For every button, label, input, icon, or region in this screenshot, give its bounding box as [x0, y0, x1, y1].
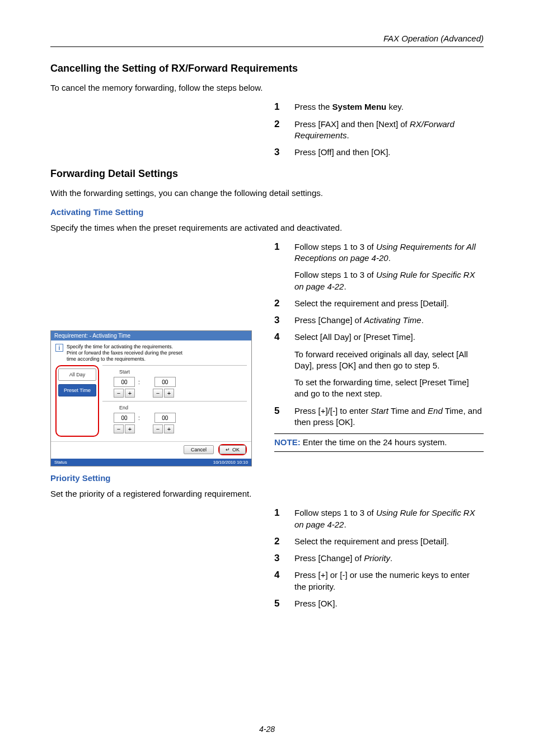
text: key. — [386, 102, 404, 111]
text: Time and — [388, 406, 428, 416]
end-hour-value: 00 — [114, 413, 135, 423]
step-number: 3 — [274, 315, 285, 326]
text: . — [344, 282, 346, 291]
text: Follow steps 1 to 3 of — [294, 508, 376, 517]
step-number: 1 — [274, 241, 285, 292]
text: Press the — [294, 102, 332, 111]
text: Follow steps 1 to 3 of — [294, 270, 376, 279]
step: 3 Press [Change] of Priority. — [274, 553, 484, 564]
minus-button[interactable]: − — [153, 424, 163, 433]
step-text: Select [All Day] or [Preset Time]. To fo… — [294, 332, 484, 399]
step: 5 Press [OK]. — [274, 598, 484, 609]
text: . — [388, 253, 391, 263]
text: Press [+]/[-] to enter — [294, 406, 371, 416]
status-label[interactable]: Status — [54, 460, 67, 465]
step: 2 Press [FAX] and then [Next] of RX/Forw… — [274, 119, 484, 142]
info-icon: i — [55, 344, 63, 352]
italic-text: Start — [371, 406, 388, 416]
fwd-intro: With the forwarding settings, you can ch… — [50, 188, 484, 199]
status-bar: Status 10/10/2010 10:10 — [51, 459, 251, 466]
step-text: Press [Off] and then [OK]. — [294, 147, 390, 158]
plus-button[interactable]: + — [164, 424, 174, 433]
minus-button[interactable]: − — [114, 424, 124, 433]
step: 1 Press the System Menu key. — [274, 101, 484, 113]
text: Press [Change] of — [294, 553, 364, 563]
priority-heading: Priority Setting — [50, 473, 484, 483]
step: 5 Press [+]/[-] to enter Start Time and … — [274, 405, 484, 428]
text: To forward received originals all day, s… — [294, 349, 484, 372]
text: Press [Change] of — [294, 315, 364, 325]
step-text: Press [+]/[-] to enter Start Time and En… — [294, 405, 484, 428]
text: . — [346, 130, 349, 140]
step: 1 Follow steps 1 to 3 of Using Rule for … — [274, 507, 484, 530]
ok-button-highlight: ↵ OK — [218, 444, 247, 455]
step-text: Press [OK]. — [294, 598, 338, 609]
cancel-button[interactable]: Cancel — [184, 445, 214, 454]
all-day-button[interactable]: All Day — [58, 368, 96, 381]
step-number: 3 — [274, 553, 285, 564]
activating-heading: Activating Time Setting — [50, 207, 484, 217]
enter-icon: ↵ — [226, 447, 230, 452]
start-hour-value: 00 — [114, 377, 135, 387]
step: 3 Press [Off] and then [OK]. — [274, 147, 484, 158]
end-label: End — [119, 405, 247, 410]
mode-buttons-highlight: All Day Preset Time — [55, 365, 99, 437]
panel-info: i Specify the time for activating the re… — [51, 340, 251, 363]
note-label: NOTE: — [274, 437, 301, 447]
step-number: 2 — [274, 298, 285, 309]
plus-button[interactable]: + — [125, 389, 135, 398]
text: . — [421, 315, 424, 325]
bold-text: System Menu — [332, 102, 387, 111]
step-number: 2 — [274, 119, 285, 142]
italic-text: Activating Time — [364, 315, 421, 325]
step-text: Follow steps 1 to 3 of Using Requirement… — [294, 241, 484, 292]
status-timestamp: 10/10/2010 10:10 — [213, 460, 248, 465]
step-number: 2 — [274, 536, 285, 547]
preset-time-button[interactable]: Preset Time — [58, 384, 96, 396]
text: . — [344, 520, 346, 529]
step: 2 Select the requirement and press [Deta… — [274, 298, 484, 309]
step: 2 Select the requirement and press [Deta… — [274, 536, 484, 547]
step-number: 4 — [274, 570, 285, 592]
step-number: 1 — [274, 507, 285, 530]
italic-text: End — [428, 406, 443, 416]
text: To set the forwarding time, select [Pres… — [294, 377, 484, 400]
step: 3 Press [Change] of Activating Time. — [274, 315, 484, 326]
end-min-value: 00 — [154, 413, 176, 423]
step-text: Select the requirement and press [Detail… — [294, 536, 449, 547]
text: Follow steps 1 to 3 of — [294, 242, 376, 251]
panel-info-text: Specify the time for activating the requ… — [67, 344, 182, 362]
start-label: Start — [119, 369, 247, 375]
plus-button[interactable]: + — [164, 389, 174, 398]
priority-steps: 1 Follow steps 1 to 3 of Using Rule for … — [274, 507, 484, 609]
plus-button[interactable]: + — [125, 424, 135, 433]
panel-title: Requirement: - Activating Time — [51, 331, 251, 340]
ok-button[interactable]: ↵ OK — [219, 445, 246, 454]
note-rule — [274, 433, 484, 434]
note-text: Enter the time on the 24 hours system. — [301, 437, 447, 447]
italic-text: Priority — [364, 553, 390, 563]
colon: : — [138, 379, 140, 385]
step-number: 5 — [274, 598, 285, 609]
step: 1 Follow steps 1 to 3 of Using Requireme… — [274, 241, 484, 292]
ok-label: OK — [232, 447, 240, 452]
start-min-value: 00 — [154, 377, 176, 387]
step-number: 1 — [274, 101, 285, 113]
step-text: Press [Change] of Activating Time. — [294, 315, 424, 326]
step-number: 5 — [274, 405, 285, 428]
colon: : — [138, 415, 140, 421]
header-section: FAX Operation (Advanced) — [50, 34, 484, 43]
activating-steps: 1 Follow steps 1 to 3 of Using Requireme… — [274, 241, 484, 428]
ui-panel: Requirement: - Activating Time i Specify… — [50, 330, 252, 466]
minus-button[interactable]: − — [153, 389, 163, 398]
step-text: Press [FAX] and then [Next] of RX/Forwar… — [294, 119, 484, 142]
text: Select [All Day] or [Preset Time]. — [294, 332, 415, 342]
fwd-heading: Forwarding Detail Settings — [50, 168, 484, 180]
header-rule — [50, 46, 484, 47]
text: Press [FAX] and then [Next] of — [294, 119, 410, 129]
step-number: 3 — [274, 147, 285, 158]
step: 4 Press [+] or [-] or use the numeric ke… — [274, 570, 484, 592]
page-number: 4-28 — [0, 725, 534, 734]
minus-button[interactable]: − — [114, 389, 124, 398]
cancel-heading: Cancelling the Setting of RX/Forward Req… — [50, 63, 484, 74]
